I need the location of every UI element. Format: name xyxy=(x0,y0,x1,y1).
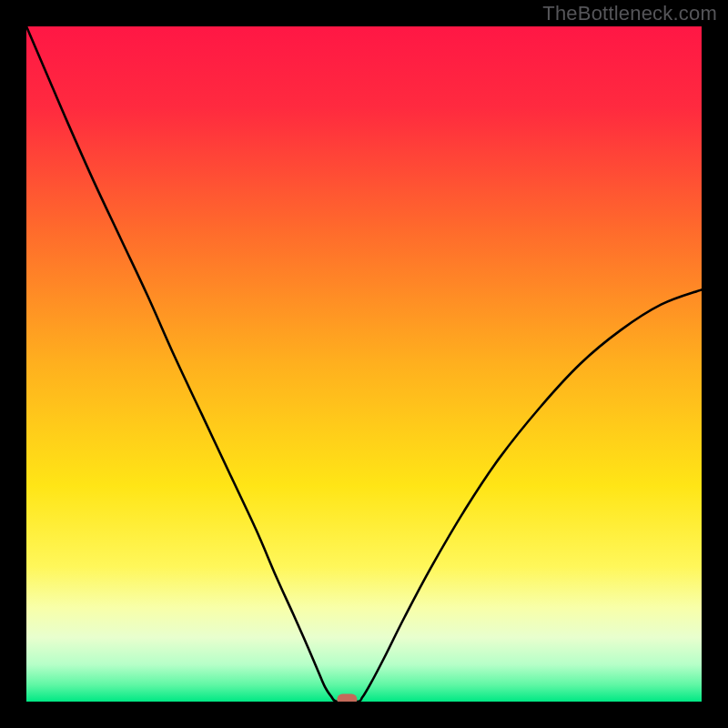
chart-background xyxy=(26,26,702,702)
chart-plot-area xyxy=(26,26,702,702)
chart-svg xyxy=(26,26,702,702)
watermark-text: TheBottleneck.com xyxy=(542,2,717,25)
chart-frame: TheBottleneck.com xyxy=(0,0,728,728)
optimum-marker xyxy=(337,694,357,703)
